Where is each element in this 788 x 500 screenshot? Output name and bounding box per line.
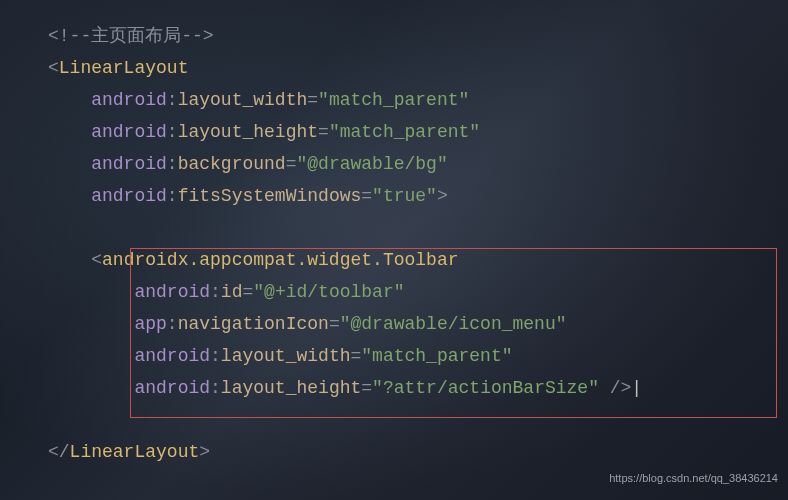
attr-value: "match_parent"	[361, 346, 512, 366]
code-line: android:layout_height="match_parent"	[48, 116, 788, 148]
code-line: <androidx.appcompat.widget.Toolbar	[48, 244, 788, 276]
attr-ns: android	[91, 90, 167, 110]
code-line: android:id="@+id/toolbar"	[48, 276, 788, 308]
attr-ns: android	[134, 378, 210, 398]
highlighted-section: <androidx.appcompat.widget.Toolbar andro…	[48, 244, 788, 404]
code-line: <LinearLayout	[48, 52, 788, 84]
attr-ns: android	[91, 122, 167, 142]
text-cursor: |	[631, 378, 642, 398]
tag-bracket: </	[48, 442, 70, 462]
attr-name: layout_width	[221, 346, 351, 366]
blank-line	[48, 404, 788, 436]
attr-ns: android	[134, 282, 210, 302]
code-line: android:layout_width="match_parent"	[48, 84, 788, 116]
tag-bracket: >	[199, 442, 210, 462]
attr-value: "?attr/actionBarSize"	[372, 378, 599, 398]
tag-bracket: <	[91, 250, 102, 270]
code-line: <!--主页面布局-->	[48, 20, 788, 52]
attr-value: "true"	[372, 186, 437, 206]
attr-name: layout_height	[178, 122, 318, 142]
attr-name: background	[178, 154, 286, 174]
attr-name: navigationIcon	[178, 314, 329, 334]
attr-ns: android	[134, 346, 210, 366]
attr-name: id	[221, 282, 243, 302]
blank-line	[48, 212, 788, 244]
attr-name: fitsSystemWindows	[178, 186, 362, 206]
attr-value: "@+id/toolbar"	[253, 282, 404, 302]
attr-ns: app	[134, 314, 166, 334]
tag-bracket: <	[48, 58, 59, 78]
attr-ns: android	[91, 154, 167, 174]
tag-name: androidx.appcompat.widget.Toolbar	[102, 250, 458, 270]
code-block: <!--主页面布局--> <LinearLayout android:layou…	[0, 0, 788, 468]
code-line: app:navigationIcon="@drawable/icon_menu"	[48, 308, 788, 340]
watermark-text: https://blog.csdn.net/qq_38436214	[609, 462, 778, 494]
attr-value: "match_parent"	[318, 90, 469, 110]
attr-name: layout_width	[178, 90, 308, 110]
code-line: android:layout_width="match_parent"	[48, 340, 788, 372]
attr-ns: android	[91, 186, 167, 206]
attr-value: "@drawable/icon_menu"	[340, 314, 567, 334]
attr-value: "match_parent"	[329, 122, 480, 142]
code-line: android:fitsSystemWindows="true">	[48, 180, 788, 212]
tag-bracket: >	[437, 186, 448, 206]
comment-close: -->	[181, 26, 213, 46]
tag-name: LinearLayout	[59, 58, 189, 78]
attr-value: "@drawable/bg"	[297, 154, 448, 174]
code-line: android:layout_height="?attr/actionBarSi…	[48, 372, 788, 404]
code-line: android:background="@drawable/bg"	[48, 148, 788, 180]
comment-open: <!--	[48, 26, 91, 46]
attr-name: layout_height	[221, 378, 361, 398]
tag-name: LinearLayout	[70, 442, 200, 462]
comment-text: 主页面布局	[91, 26, 181, 46]
tag-close: />	[599, 378, 631, 398]
